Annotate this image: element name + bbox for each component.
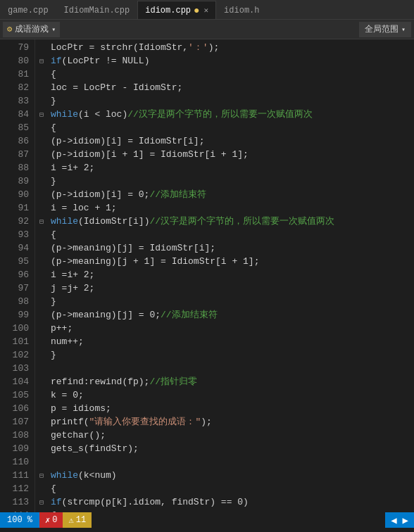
modified-dot-icon: ● — [194, 5, 199, 16]
code-line-96: i =i+ 2; — [51, 268, 414, 281]
code-line-114: { — [51, 509, 414, 512]
tab-idiom-main-cpp[interactable]: IdiomMain.cpp — [56, 1, 138, 19]
code-line-98: } — [51, 295, 414, 308]
fold-indicator-109 — [35, 442, 48, 455]
line-number-112: 112 — [0, 482, 29, 495]
code-line-92: while (IdiomStr[i])//汉字是两个字节的，所以需要一次赋值两次 — [51, 215, 414, 228]
line-number-83: 83 — [0, 94, 29, 108]
code-line-95: (p->meaning)[j + 1] = IdiomStr[i + 1]; — [51, 255, 414, 268]
scope-label: 成语游戏 — [15, 23, 49, 35]
fold-indicator-90 — [35, 188, 48, 201]
code-line-97: j =j+ 2; — [51, 281, 414, 295]
line-number-82: 82 — [0, 81, 29, 94]
fold-indicator-106 — [35, 402, 48, 415]
fold-indicator-102 — [35, 348, 48, 362]
code-line-86: (p->idiom)[i] = IdiomStr[i]; — [51, 134, 414, 148]
fold-indicator-94 — [35, 241, 48, 255]
line-number-98: 98 — [0, 295, 29, 308]
line-number-102: 102 — [0, 348, 29, 362]
fold-indicator-84[interactable]: ⊟ — [35, 108, 48, 121]
zoom-indicator: 100 % — [0, 512, 39, 528]
nav-prev-button[interactable]: ◀ — [391, 514, 396, 526]
nav-controls: ◀ ▶ — [385, 512, 414, 528]
line-number-107: 107 — [0, 415, 29, 429]
line-number-111: 111 — [0, 469, 29, 482]
line-number-89: 89 — [0, 175, 29, 188]
fold-indicator-103 — [35, 362, 48, 375]
fold-indicator-92[interactable]: ⊟ — [35, 215, 48, 228]
line-number-94: 94 — [0, 241, 29, 255]
errors-badge: ✗ 0 — [39, 512, 63, 528]
line-number-85: 85 — [0, 121, 29, 134]
line-number-104: 104 — [0, 375, 29, 388]
code-area: 7980818283848586878889909192939495969798… — [0, 39, 414, 512]
errors-icon: ✗ — [45, 515, 50, 526]
fold-indicator-98 — [35, 295, 48, 308]
code-line-104: refind:rewind(fp);//指针归零 — [51, 375, 414, 388]
close-tab-icon[interactable]: ✕ — [203, 6, 208, 15]
code-line-90: (p->idiom)[i] = 0;//添加结束符 — [51, 188, 414, 201]
fold-indicator-113[interactable]: ⊟ — [35, 495, 48, 509]
code-line-110 — [51, 455, 414, 469]
code-line-79: LocPtr = strchr(IdiomStr, '：'); — [51, 41, 414, 54]
line-number-86: 86 — [0, 134, 29, 148]
fold-indicator-111[interactable]: ⊟ — [35, 469, 48, 482]
code-line-103 — [51, 362, 414, 375]
code-line-85: { — [51, 121, 414, 134]
line-number-87: 87 — [0, 148, 29, 161]
code-line-99: (p->meaning)[j] = 0;//添加结束符 — [51, 308, 414, 322]
code-line-87: (p->idiom)[i + 1] = IdiomStr[i + 1]; — [51, 148, 414, 161]
line-number-110: 110 — [0, 455, 29, 469]
fold-indicator-89 — [35, 175, 48, 188]
code-line-105: k = 0; — [51, 388, 414, 402]
code-line-82: loc = LocPtr - IdiomStr; — [51, 81, 414, 94]
warnings-icon: ⚠ — [68, 515, 73, 526]
line-number-97: 97 — [0, 281, 29, 295]
line-number-92: 92 — [0, 215, 29, 228]
fold-indicator-79 — [35, 41, 48, 54]
fold-indicator-80[interactable]: ⊟ — [35, 54, 48, 68]
scope-dropdown-icon: ▾ — [51, 25, 56, 34]
tab-game-cpp-label: game.cpp — [8, 6, 49, 15]
fold-indicator-91 — [35, 201, 48, 215]
warnings-badge: ⚠ 11 — [63, 512, 92, 528]
line-number-109: 109 — [0, 442, 29, 455]
code-line-91: i = loc + 1; — [51, 201, 414, 215]
line-number-103: 103 — [0, 362, 29, 375]
fold-indicator-97 — [35, 281, 48, 295]
warnings-count: 11 — [76, 515, 86, 525]
fold-indicator-96 — [35, 268, 48, 281]
tab-idiom-h-label: idiom.h — [224, 6, 259, 15]
code-line-112: { — [51, 482, 414, 495]
tab-idiom-h[interactable]: idiom.h — [216, 1, 267, 19]
tab-game-cpp[interactable]: game.cpp — [0, 1, 56, 19]
range-dropdown-icon: ▾ — [401, 25, 406, 34]
line-number-93: 93 — [0, 228, 29, 241]
toolbar: ⚙ 成语游戏 ▾ 全局范围 ▾ — [0, 20, 414, 39]
line-number-101: 101 — [0, 335, 29, 348]
code-line-94: (p->meaning)[j] = IdiomStr[i]; — [51, 241, 414, 255]
code-line-108: getchar(); — [51, 429, 414, 442]
scope-selector[interactable]: ⚙ 成语游戏 ▾ — [3, 22, 60, 37]
fold-indicator-93 — [35, 228, 48, 241]
fold-indicator-81 — [35, 68, 48, 81]
line-number-106: 106 — [0, 402, 29, 415]
line-number-80: 80 — [0, 54, 29, 68]
line-number-84: 84 — [0, 108, 29, 121]
line-number-113: 113 — [0, 495, 29, 509]
line-number-90: 90 — [0, 188, 29, 201]
line-number-100: 100 — [0, 322, 29, 335]
line-number-91: 91 — [0, 201, 29, 215]
code-line-101: num++; — [51, 335, 414, 348]
nav-next-button[interactable]: ▶ — [403, 514, 408, 526]
code-line-89: } — [51, 175, 414, 188]
tab-idiom-main-cpp-label: IdiomMain.cpp — [64, 6, 130, 15]
code-content[interactable]: LocPtr = strchr(IdiomStr, '：'); if (LocP… — [48, 39, 414, 512]
fold-indicator-87 — [35, 148, 48, 161]
code-line-107: printf("请输入你要查找的成语："); — [51, 415, 414, 429]
line-numbers: 7980818283848586878889909192939495969798… — [0, 39, 35, 512]
code-line-81: { — [51, 68, 414, 81]
line-number-95: 95 — [0, 255, 29, 268]
tab-idiom-cpp[interactable]: idiom.cpp ● ✕ — [137, 1, 216, 19]
range-selector[interactable]: 全局范围 ▾ — [359, 22, 411, 37]
